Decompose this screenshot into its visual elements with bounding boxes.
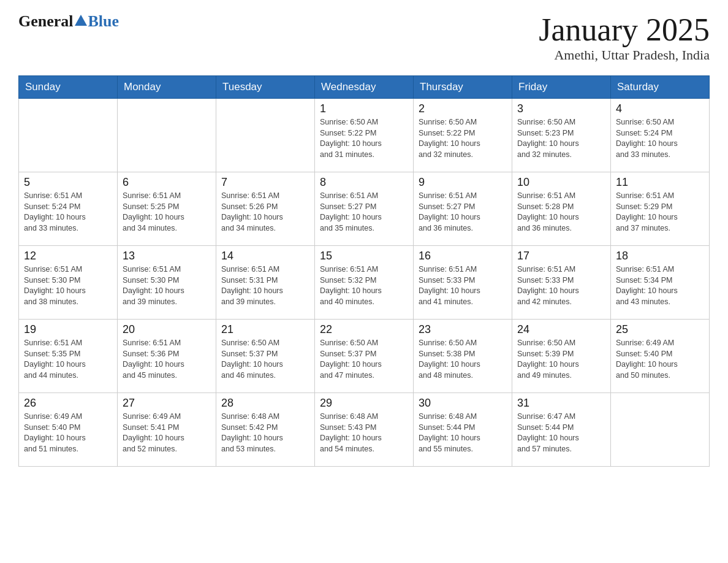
day-number: 19 [24,323,112,336]
day-number: 8 [320,176,408,189]
calendar-week-2: 5Sunrise: 6:51 AMSunset: 5:24 PMDaylight… [19,172,710,246]
day-number: 20 [123,323,211,336]
day-number: 17 [517,250,605,262]
day-info: Sunrise: 6:48 AMSunset: 5:43 PMDaylight:… [320,412,408,454]
calendar-cell: 31Sunrise: 6:47 AMSunset: 5:44 PMDayligh… [512,393,611,467]
calendar-cell: 5Sunrise: 6:51 AMSunset: 5:24 PMDaylight… [19,172,118,246]
day-info: Sunrise: 6:47 AMSunset: 5:44 PMDaylight:… [517,412,605,454]
logo: General Blue [18,12,119,31]
day-info: Sunrise: 6:51 AMSunset: 5:25 PMDaylight:… [123,191,211,234]
logo-blue-text: Blue [88,12,119,31]
calendar-cell: 25Sunrise: 6:49 AMSunset: 5:40 PMDayligh… [611,320,710,393]
day-number: 13 [123,250,211,262]
day-info: Sunrise: 6:50 AMSunset: 5:37 PMDaylight:… [320,338,408,381]
weekday-header-thursday: Thursday [414,76,512,99]
weekday-header-monday: Monday [118,76,216,99]
day-number: 3 [517,102,605,115]
calendar-table: SundayMondayTuesdayWednesdayThursdayFrid… [18,75,710,467]
day-info: Sunrise: 6:49 AMSunset: 5:41 PMDaylight:… [123,412,211,454]
day-number: 2 [419,102,507,115]
day-number: 23 [419,323,507,336]
calendar-cell: 6Sunrise: 6:51 AMSunset: 5:25 PMDaylight… [118,172,216,246]
calendar-cell: 10Sunrise: 6:51 AMSunset: 5:28 PMDayligh… [512,172,611,246]
day-info: Sunrise: 6:48 AMSunset: 5:44 PMDaylight:… [419,412,507,454]
logo-general-text: General [18,12,74,31]
day-number: 4 [616,102,704,115]
day-number: 15 [320,250,408,262]
calendar-cell: 23Sunrise: 6:50 AMSunset: 5:38 PMDayligh… [414,320,512,393]
weekday-header-tuesday: Tuesday [216,76,315,99]
calendar-cell: 3Sunrise: 6:50 AMSunset: 5:23 PMDaylight… [512,99,611,172]
calendar-cell: 22Sunrise: 6:50 AMSunset: 5:37 PMDayligh… [315,320,414,393]
day-info: Sunrise: 6:51 AMSunset: 5:27 PMDaylight:… [320,191,408,234]
calendar-cell: 7Sunrise: 6:51 AMSunset: 5:26 PMDaylight… [216,172,315,246]
day-number: 21 [221,323,309,336]
day-info: Sunrise: 6:51 AMSunset: 5:31 PMDaylight:… [221,264,309,307]
day-info: Sunrise: 6:50 AMSunset: 5:37 PMDaylight:… [221,338,309,381]
weekday-header-saturday: Saturday [611,76,710,99]
day-number: 18 [616,250,704,262]
calendar-cell: 27Sunrise: 6:49 AMSunset: 5:41 PMDayligh… [118,393,216,467]
day-info: Sunrise: 6:50 AMSunset: 5:22 PMDaylight:… [419,117,507,160]
day-number: 22 [320,323,408,336]
weekday-header-wednesday: Wednesday [315,76,414,99]
calendar-cell [216,99,315,172]
calendar-cell: 14Sunrise: 6:51 AMSunset: 5:31 PMDayligh… [216,246,315,320]
day-info: Sunrise: 6:51 AMSunset: 5:33 PMDaylight:… [419,264,507,307]
day-number: 14 [221,250,309,262]
day-info: Sunrise: 6:51 AMSunset: 5:33 PMDaylight:… [517,264,605,307]
day-number: 31 [517,397,605,410]
day-number: 24 [517,323,605,336]
day-info: Sunrise: 6:48 AMSunset: 5:42 PMDaylight:… [221,412,309,454]
day-info: Sunrise: 6:51 AMSunset: 5:36 PMDaylight:… [123,338,211,381]
calendar-cell: 24Sunrise: 6:50 AMSunset: 5:39 PMDayligh… [512,320,611,393]
calendar-cell: 30Sunrise: 6:48 AMSunset: 5:44 PMDayligh… [414,393,512,467]
day-number: 5 [24,176,112,189]
day-number: 6 [123,176,211,189]
day-number: 16 [419,250,507,262]
day-info: Sunrise: 6:51 AMSunset: 5:30 PMDaylight:… [123,264,211,307]
calendar-cell: 17Sunrise: 6:51 AMSunset: 5:33 PMDayligh… [512,246,611,320]
day-number: 25 [616,323,704,336]
calendar-cell: 12Sunrise: 6:51 AMSunset: 5:30 PMDayligh… [19,246,118,320]
day-info: Sunrise: 6:50 AMSunset: 5:39 PMDaylight:… [517,338,605,381]
calendar-cell: 19Sunrise: 6:51 AMSunset: 5:35 PMDayligh… [19,320,118,393]
calendar-cell: 29Sunrise: 6:48 AMSunset: 5:43 PMDayligh… [315,393,414,467]
calendar-cell: 18Sunrise: 6:51 AMSunset: 5:34 PMDayligh… [611,246,710,320]
day-info: Sunrise: 6:51 AMSunset: 5:24 PMDaylight:… [24,191,112,234]
calendar-cell: 21Sunrise: 6:50 AMSunset: 5:37 PMDayligh… [216,320,315,393]
calendar-cell: 16Sunrise: 6:51 AMSunset: 5:33 PMDayligh… [414,246,512,320]
day-number: 27 [123,397,211,410]
day-info: Sunrise: 6:49 AMSunset: 5:40 PMDaylight:… [616,338,704,381]
day-number: 29 [320,397,408,410]
day-number: 30 [419,397,507,410]
calendar-cell: 28Sunrise: 6:48 AMSunset: 5:42 PMDayligh… [216,393,315,467]
day-number: 10 [517,176,605,189]
day-info: Sunrise: 6:51 AMSunset: 5:32 PMDaylight:… [320,264,408,307]
calendar-week-1: 1Sunrise: 6:50 AMSunset: 5:22 PMDaylight… [19,99,710,172]
calendar-cell [19,99,118,172]
calendar-cell: 20Sunrise: 6:51 AMSunset: 5:36 PMDayligh… [118,320,216,393]
title-area: January 2025 Amethi, Uttar Pradesh, Indi… [539,12,710,63]
calendar-header-row: SundayMondayTuesdayWednesdayThursdayFrid… [19,76,710,99]
day-number: 12 [24,250,112,262]
day-info: Sunrise: 6:50 AMSunset: 5:22 PMDaylight:… [320,117,408,160]
calendar-week-5: 26Sunrise: 6:49 AMSunset: 5:40 PMDayligh… [19,393,710,467]
location-subtitle: Amethi, Uttar Pradesh, India [539,47,710,63]
day-info: Sunrise: 6:51 AMSunset: 5:28 PMDaylight:… [517,191,605,234]
day-info: Sunrise: 6:51 AMSunset: 5:34 PMDaylight:… [616,264,704,307]
calendar-cell: 1Sunrise: 6:50 AMSunset: 5:22 PMDaylight… [315,99,414,172]
day-info: Sunrise: 6:51 AMSunset: 5:27 PMDaylight:… [419,191,507,234]
calendar-cell [611,393,710,467]
calendar-week-3: 12Sunrise: 6:51 AMSunset: 5:30 PMDayligh… [19,246,710,320]
calendar-cell: 9Sunrise: 6:51 AMSunset: 5:27 PMDaylight… [414,172,512,246]
day-info: Sunrise: 6:50 AMSunset: 5:23 PMDaylight:… [517,117,605,160]
calendar-week-4: 19Sunrise: 6:51 AMSunset: 5:35 PMDayligh… [19,320,710,393]
day-info: Sunrise: 6:51 AMSunset: 5:30 PMDaylight:… [24,264,112,307]
calendar-cell: 15Sunrise: 6:51 AMSunset: 5:32 PMDayligh… [315,246,414,320]
day-info: Sunrise: 6:50 AMSunset: 5:24 PMDaylight:… [616,117,704,160]
day-info: Sunrise: 6:49 AMSunset: 5:40 PMDaylight:… [24,412,112,454]
calendar-cell: 2Sunrise: 6:50 AMSunset: 5:22 PMDaylight… [414,99,512,172]
page-header: General Blue January 2025 Amethi, Uttar … [18,12,710,63]
logo-triangle-icon [75,15,87,26]
